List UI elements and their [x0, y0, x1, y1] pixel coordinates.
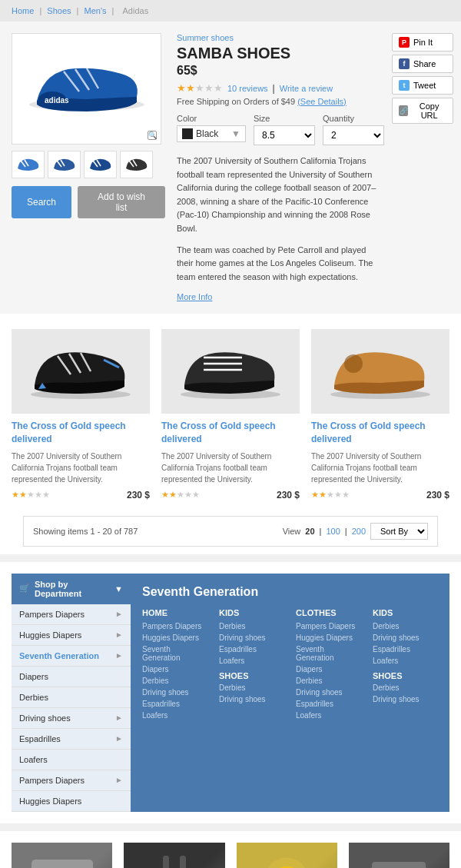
sidebar-item-espadrilles[interactable]: Espadrilles ►	[12, 729, 131, 750]
dept-col-kids1-header: KIDS	[219, 608, 284, 617]
dept-link-loafers-c1[interactable]: Loafers	[296, 711, 361, 720]
facebook-icon: f	[399, 58, 410, 69]
breadcrumb: Home | Shoes | Men's | Adidas	[0, 0, 461, 22]
department-title: Seventh Generation	[142, 585, 438, 599]
dept-link-espadrilles-c1[interactable]: Espadrilles	[296, 700, 361, 708]
dept-link-huggies-c1[interactable]: Huggies Diapers	[296, 634, 361, 642]
sidebar-item-diapers[interactable]: Diapers	[12, 667, 131, 687]
view-20[interactable]: 20	[305, 527, 314, 536]
breadcrumb-shoes[interactable]: Shoes	[47, 6, 71, 15]
department-section: 🛒 Shop by Department ▼ Pampers Diapers ►…	[0, 562, 461, 823]
sidebar-item-huggies1[interactable]: Huggies Diapers ►	[12, 625, 131, 646]
dept-link-derbies-k2[interactable]: Derbies	[373, 622, 438, 630]
card-price-2: 230 $	[277, 490, 300, 501]
shipping-details-link[interactable]: (See Details)	[297, 97, 347, 106]
zoom-icon[interactable]: 🔍	[148, 131, 157, 140]
card-title-3[interactable]: The Cross of Gold speech delivered	[311, 420, 449, 446]
card-rating-3: ★★★★★	[311, 490, 350, 500]
department-columns: HOME Pampers Diapers Huggies Diapers Sev…	[142, 608, 438, 723]
dept-link-diapers-c1[interactable]: Diapers	[296, 665, 361, 673]
color-label: Color	[177, 114, 246, 123]
write-review-link[interactable]: Write a review	[280, 84, 333, 93]
quantity-select[interactable]: 2	[323, 125, 384, 145]
arrow-icon: ►	[115, 610, 123, 618]
product-category: Summer shoes	[177, 33, 384, 42]
dept-link-driving-d1[interactable]: Driving shoes	[142, 688, 207, 697]
dept-link-driving-k1[interactable]: Driving shoes	[219, 634, 284, 642]
dept-col-kids1: KIDS Derbies Driving shoes Espadrilles L…	[219, 608, 284, 723]
dept-link-seventh-c1[interactable]: Seventh Generation	[296, 645, 361, 662]
dept-link-espadrilles-d1[interactable]: Espadrilles	[142, 700, 207, 708]
sidebar-item-loafers[interactable]: Loafers	[12, 750, 131, 770]
sidebar-item-pampers1[interactable]: Pampers Diapers ►	[12, 604, 131, 625]
dept-link-espadrilles-k2[interactable]: Espadrilles	[373, 645, 438, 653]
arrow-icon: ►	[115, 713, 123, 722]
bottom-products-grid: The Cross of Gold Pampers Diapers Huggie…	[12, 843, 449, 868]
dept-link-seventh-d1[interactable]: Seventh Generation	[142, 645, 207, 662]
dept-link-loafers-k1[interactable]: Loafers	[219, 657, 284, 665]
arrow-icon: ►	[115, 734, 123, 743]
card-image-3	[311, 329, 449, 414]
dept-link-derbies-c1[interactable]: Derbies	[296, 677, 361, 685]
search-button[interactable]: Search	[12, 186, 71, 218]
pagination-bar: Showing items 1 - 20 of 787 View 20 | 10…	[23, 516, 438, 547]
pin-button[interactable]: P Pin It	[392, 33, 453, 52]
sidebar-item-seventh[interactable]: Seventh Generation ►	[12, 646, 131, 667]
thumbnail-1[interactable]	[12, 151, 45, 178]
dept-link-loafers-d1[interactable]: Loafers	[142, 711, 207, 720]
svg-rect-11	[163, 856, 169, 868]
dept-link-driving-k2[interactable]: Driving shoes	[373, 634, 438, 642]
view-200[interactable]: 200	[352, 527, 366, 536]
dept-link-diapers-d1[interactable]: Diapers	[142, 665, 207, 673]
product-main-area: Summer shoes SAMBA SHOES 65$ ★★★★★ 10 re…	[177, 33, 453, 302]
sidebar-item-pampers2[interactable]: Pampers Diapers ►	[12, 770, 131, 791]
dept-col-kids2: KIDS Derbies Driving shoes Espadrilles L…	[373, 608, 438, 723]
sidebar-item-derbies[interactable]: Derbies	[12, 687, 131, 708]
dept-col-home: HOME Pampers Diapers Huggies Diapers Sev…	[142, 608, 207, 723]
color-option: Color Black ▼	[177, 114, 246, 145]
card-price-1: 230 $	[127, 490, 150, 501]
reviews-link[interactable]: 10 reviews	[227, 84, 268, 93]
dept-link-huggies-d1[interactable]: Huggies Diapers	[142, 634, 207, 642]
dept-link-derbies-k1[interactable]: Derbies	[219, 622, 284, 630]
dept-link-derbies-s1[interactable]: Derbies	[219, 683, 284, 692]
wishlist-button[interactable]: Add to wish list	[78, 186, 165, 218]
view-100[interactable]: 100	[326, 527, 340, 536]
bottom-card-4: The Cross of Gold Pampers Diapers Huggie…	[349, 843, 449, 868]
copy-url-button[interactable]: 🔗 Copy URL	[392, 98, 453, 124]
bottom-card-3: The Cross of Gold Huggies Diapers Sevent…	[237, 843, 337, 868]
card-desc-2: The 2007 University of Southern Californ…	[161, 451, 300, 485]
sidebar-item-huggies2[interactable]: Huggies Diapers	[12, 791, 131, 812]
card-rating-1: ★★★★★	[12, 490, 50, 500]
thumbnail-3[interactable]	[84, 151, 117, 178]
sidebar-item-driving[interactable]: Driving shoes ►	[12, 708, 131, 729]
dept-link-driving-s1[interactable]: Driving shoes	[219, 695, 284, 703]
description-2: The team was coached by Pete Carroll and…	[177, 244, 384, 284]
tweet-button[interactable]: t Tweet	[392, 76, 453, 95]
dept-link-driving-s2[interactable]: Driving shoes	[373, 695, 438, 703]
sort-select[interactable]: Sort By	[370, 523, 428, 540]
thumbnail-2[interactable]	[48, 151, 81, 178]
dept-link-pampers-c1[interactable]: Pampers Diapers	[296, 622, 361, 630]
department-content: Seventh Generation HOME Pampers Diapers …	[131, 574, 449, 812]
more-info-link[interactable]: More Info	[177, 292, 212, 301]
card-title-2[interactable]: The Cross of Gold speech delivered	[161, 420, 300, 446]
dept-link-derbies-d1[interactable]: Derbies	[142, 677, 207, 685]
breadcrumb-home[interactable]: Home	[12, 6, 34, 15]
card-title-1[interactable]: The Cross of Gold speech delivered	[12, 420, 150, 446]
share-button[interactable]: f Share	[392, 55, 453, 73]
color-select[interactable]: Black ▼	[177, 125, 246, 142]
card-footer-3: ★★★★★ 230 $	[311, 490, 449, 501]
dept-link-pampers-d1[interactable]: Pampers Diapers	[142, 622, 207, 630]
product-top: Summer shoes SAMBA SHOES 65$ ★★★★★ 10 re…	[177, 33, 453, 302]
dept-link-derbies-s2[interactable]: Derbies	[373, 683, 438, 692]
size-select[interactable]: 8.5	[254, 125, 315, 145]
dept-link-driving-c1[interactable]: Driving shoes	[296, 688, 361, 697]
thumbnail-4[interactable]	[120, 151, 153, 178]
product-card-3: The Cross of Gold speech delivered The 2…	[311, 329, 449, 501]
dept-link-loafers-k2[interactable]: Loafers	[373, 657, 438, 665]
breadcrumb-mens[interactable]: Men's	[85, 6, 107, 15]
color-swatch	[182, 128, 193, 139]
dept-link-espadrilles-k1[interactable]: Espadrilles	[219, 645, 284, 653]
cards-row: The Cross of Gold speech delivered The 2…	[12, 329, 449, 501]
